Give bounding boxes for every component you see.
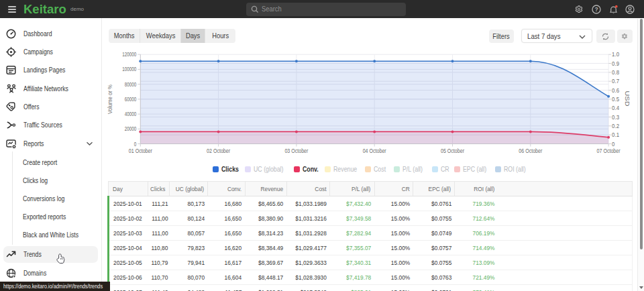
svg-text:03 October: 03 October	[284, 148, 308, 154]
svg-text:0.4: 0.4	[612, 105, 619, 111]
svg-text:0.8: 0.8	[612, 69, 619, 76]
svg-text:0.1: 0.1	[612, 131, 619, 138]
svg-text:Volume or %: Volume or %	[106, 84, 113, 114]
svg-text:02 October: 02 October	[207, 148, 230, 154]
svg-text:0.9: 0.9	[612, 60, 619, 67]
svg-text:0.2: 0.2	[612, 123, 619, 129]
svg-text:06 October: 06 October	[519, 148, 542, 154]
svg-text:USD: USD	[624, 91, 631, 107]
svg-text:04 October: 04 October	[363, 148, 386, 154]
svg-text:120000: 120000	[122, 51, 136, 58]
svg-text:0.7: 0.7	[612, 78, 619, 84]
svg-text:0.3: 0.3	[612, 114, 619, 121]
svg-text:0.5: 0.5	[612, 96, 619, 103]
svg-text:40000: 40000	[125, 111, 137, 117]
svg-text:1.0: 1.0	[612, 51, 619, 58]
svg-text:0.6: 0.6	[612, 87, 619, 94]
svg-text:?: ?	[594, 6, 598, 13]
svg-text:60000: 60000	[125, 96, 137, 103]
svg-text:01 October: 01 October	[129, 148, 152, 154]
svg-text:0: 0	[134, 141, 137, 148]
svg-text:0: 0	[612, 141, 614, 148]
svg-text:100000: 100000	[122, 66, 136, 72]
svg-text:05 October: 05 October	[441, 148, 464, 154]
svg-text:80000: 80000	[125, 81, 137, 88]
svg-text:20000: 20000	[125, 125, 137, 132]
svg-text:07 October: 07 October	[597, 148, 621, 154]
